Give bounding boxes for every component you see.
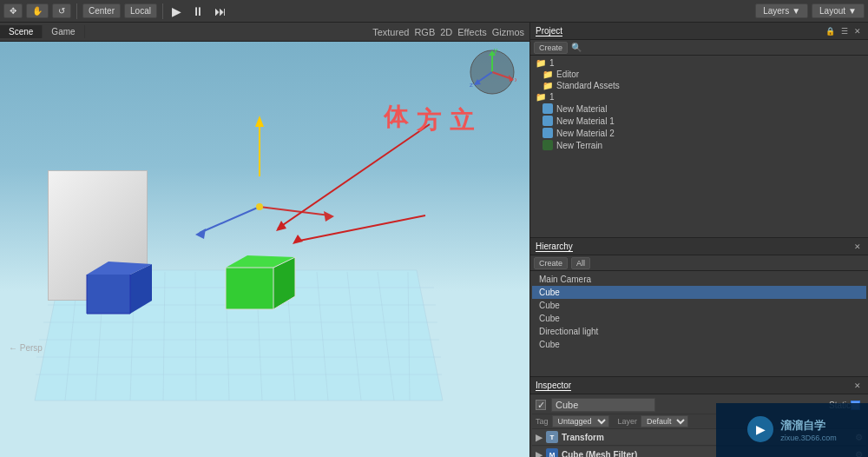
effects-btn[interactable]: Effects: [457, 27, 486, 37]
tab-game[interactable]: Game: [43, 25, 84, 38]
tab-hierarchy[interactable]: Hierarchy: [536, 242, 573, 252]
project-item-7[interactable]: New Terrain: [532, 139, 866, 151]
green-cube-svg: [221, 248, 299, 322]
project-lock-icon[interactable]: 🔒: [824, 27, 837, 36]
watermark-logo: ▶: [747, 416, 773, 442]
watermark-text: 溜溜自学 zixue.3D66.com: [780, 418, 837, 442]
project-menu-icon[interactable]: ☰: [839, 27, 850, 36]
tab-scene[interactable]: Scene: [0, 25, 43, 38]
svg-marker-25: [226, 268, 273, 309]
svg-marker-36: [255, 116, 264, 127]
top-toolbar: ✥ ✋ ↺ Center Local ▶ ⏸ ⏭ Layers ▼ Layout…: [0, 0, 868, 23]
project-item-3[interactable]: 📁 1: [532, 91, 866, 103]
watermark: ▶ 溜溜自学 zixue.3D66.com: [716, 403, 868, 457]
layout-dropdown-btn[interactable]: Layout ▼: [812, 3, 865, 18]
transform-arrow-icon: ▶: [536, 433, 542, 442]
hierarchy-toolbar: Create All: [530, 255, 868, 271]
layer-select[interactable]: Default: [641, 415, 688, 427]
project-tree: 📁 1 📁 Editor 📁 Standard Assets 📁 1: [530, 56, 868, 237]
material-icon-5: [542, 116, 553, 126]
step-btn[interactable]: ⏭: [211, 4, 230, 18]
hierarchy-panel: Hierarchy ✕ Create All Main Camera Cube …: [529, 238, 868, 377]
hierarchy-item-5[interactable]: Cube: [532, 338, 866, 351]
hierarchy-item-0[interactable]: Main Camera: [532, 273, 866, 286]
hierarchy-panel-tabbar: Hierarchy ✕: [530, 238, 868, 255]
hierarchy-close-icon[interactable]: ✕: [852, 242, 863, 251]
textured-label[interactable]: Textured: [372, 27, 409, 37]
hierarchy-panel-actions: ✕: [852, 242, 863, 251]
layers-area: Layers ▼ Layout ▼: [755, 3, 865, 18]
hierarchy-item-2[interactable]: Cube: [532, 299, 866, 312]
svg-text:z: z: [470, 81, 473, 89]
center-btn[interactable]: Center: [82, 3, 121, 18]
folder-icon-1: 📁: [542, 70, 553, 79]
hierarchy-create-btn[interactable]: Create: [534, 257, 568, 269]
main-area: Scene Game Textured RGB 2D Effects Gizmo…: [0, 23, 868, 457]
terrain-icon-7: [542, 140, 553, 150]
right-panels: Project 🔒 ☰ ✕ Create 🔍 📁 1 📁 Editor: [529, 23, 868, 457]
tag-label: Tag: [536, 417, 549, 426]
mesh-filter-icon: M: [546, 448, 558, 457]
play-btn[interactable]: ▶: [168, 4, 185, 18]
project-item-4[interactable]: New Material: [532, 103, 866, 115]
folder-icon-2: 📁: [542, 81, 553, 90]
svg-text:x: x: [515, 76, 516, 83]
separator2: [162, 3, 163, 19]
project-create-btn[interactable]: Create: [534, 42, 568, 54]
blue-cube-svg: [82, 257, 156, 327]
project-item-2[interactable]: 📁 Standard Assets: [532, 80, 866, 91]
mesh-filter-arrow-icon: ▶: [536, 450, 542, 458]
hierarchy-all-btn[interactable]: All: [571, 257, 590, 269]
tool-hand-btn[interactable]: ✋: [26, 3, 49, 18]
view-tabs: Scene Game Textured RGB 2D Effects Gizmo…: [0, 23, 529, 42]
transform-icon: T: [546, 431, 558, 443]
pause-btn[interactable]: ⏸: [188, 4, 207, 18]
material-icon-4: [542, 103, 553, 114]
left-panels: Scene Game Textured RGB 2D Effects Gizmo…: [0, 23, 529, 457]
project-panel: Project 🔒 ☰ ✕ Create 🔍 📁 1 📁 Editor: [529, 23, 868, 238]
hierarchy-item-3[interactable]: Cube: [532, 312, 866, 325]
hierarchy-item-4[interactable]: Directional light: [532, 325, 866, 338]
material-icon-6: [542, 128, 553, 138]
project-search-icon: 🔍: [571, 43, 582, 52]
tab-inspector[interactable]: Inspector: [536, 381, 571, 391]
tool-move-btn[interactable]: ✥: [3, 3, 23, 18]
layers-dropdown-btn[interactable]: Layers ▼: [755, 3, 808, 18]
svg-marker-19: [87, 275, 130, 314]
hierarchy-list: Main Camera Cube Cube Cube Directional l…: [530, 271, 868, 353]
project-item-5[interactable]: New Material 1: [532, 115, 866, 127]
tool-rotate-btn[interactable]: ↺: [52, 3, 71, 18]
project-panel-actions: 🔒 ☰ ✕: [824, 27, 863, 36]
inspector-actions: ✕: [852, 381, 863, 390]
transform-title: Transform: [562, 433, 604, 442]
inspector-header: Inspector ✕: [530, 377, 868, 394]
tag-select[interactable]: Untagged: [552, 415, 609, 427]
watermark-brand: 溜溜自学: [780, 418, 837, 434]
inspector-close-icon[interactable]: ✕: [852, 381, 863, 390]
svg-text:y: y: [494, 49, 497, 54]
layer-label: Layer: [618, 417, 638, 426]
project-panel-tabbar: Project 🔒 ☰ ✕: [530, 23, 868, 40]
2d-btn[interactable]: 2D: [440, 27, 452, 37]
local-btn[interactable]: Local: [124, 3, 157, 18]
object-enabled-checkbox[interactable]: ✓: [536, 400, 546, 410]
separator: [76, 3, 77, 19]
tab-project[interactable]: Project: [536, 26, 562, 36]
folder-icon-0: 📁: [536, 58, 546, 68]
project-item-0[interactable]: 📁 1: [532, 57, 866, 69]
hierarchy-item-1[interactable]: Cube: [532, 286, 866, 299]
project-toolbar: Create 🔍: [530, 40, 868, 56]
project-item-6[interactable]: New Material 2: [532, 127, 866, 139]
axis-gizmo-svg: y x z: [469, 49, 516, 96]
mesh-filter-title: Cube (Mesh Filter): [562, 450, 637, 458]
persp-label: ← Persp: [9, 343, 43, 353]
object-name-input[interactable]: [551, 398, 655, 412]
viewport[interactable]: 立方体 y x z ← Persp: [0, 42, 529, 457]
gizmos-btn[interactable]: Gizmos: [492, 27, 524, 37]
watermark-url: zixue.3D66.com: [780, 434, 837, 442]
chinese-text: 立方体: [378, 85, 477, 89]
project-close-icon[interactable]: ✕: [852, 27, 863, 36]
folder-icon-3: 📁: [536, 92, 546, 102]
project-item-1[interactable]: 📁 Editor: [532, 69, 866, 80]
rgb-label[interactable]: RGB: [414, 27, 435, 37]
